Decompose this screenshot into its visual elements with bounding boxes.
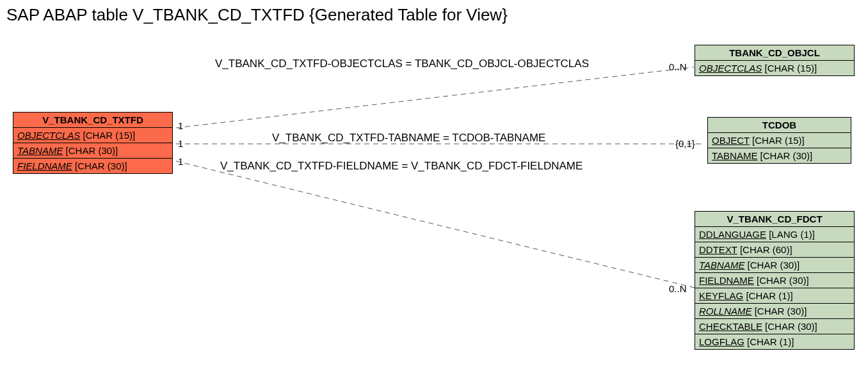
- entity-field: DDTEXT [CHAR (60)]: [695, 242, 854, 258]
- field-name: KEYFLAG: [699, 290, 743, 301]
- cardinality-left-2: 1: [178, 138, 183, 149]
- entity-v-tbank-cd-fdct: V_TBANK_CD_FDCT DDLANGUAGE [LANG (1)] DD…: [695, 211, 855, 350]
- entity-main-field: TABNAME [CHAR (30)]: [13, 143, 172, 159]
- cardinality-right-1: 0..N: [669, 61, 687, 72]
- field-type: [CHAR (30)]: [748, 260, 800, 270]
- field-type: [CHAR (30)]: [765, 321, 817, 332]
- field-name: TABNAME: [699, 260, 744, 270]
- field-name: FIELDNAME: [17, 160, 72, 171]
- field-type: [CHAR (60)]: [740, 244, 792, 255]
- cardinality-left-1: 1: [178, 120, 183, 131]
- entity-field: FIELDNAME [CHAR (30)]: [695, 273, 854, 288]
- entity-tbank-cd-objcl: TBANK_CD_OBJCL OBJECTCLAS [CHAR (15)]: [695, 45, 855, 76]
- entity-field: LOGFLAG [CHAR (1)]: [695, 334, 854, 349]
- cardinality-right-2: {0,1}: [675, 138, 695, 149]
- field-type: [CHAR (30)]: [757, 275, 809, 286]
- field-name: LOGFLAG: [699, 336, 744, 347]
- entity-field: CHECKTABLE [CHAR (30)]: [695, 319, 854, 334]
- field-type: [CHAR (1)]: [746, 290, 792, 301]
- field-name: FIELDNAME: [699, 275, 754, 286]
- field-name: CHECKTABLE: [699, 321, 762, 332]
- field-type: [CHAR (30)]: [755, 306, 807, 316]
- svg-line-0: [176, 67, 694, 128]
- field-name: TABNAME: [17, 145, 63, 156]
- entity-field: ROLLNAME [CHAR (30)]: [695, 304, 854, 319]
- entity-main-header: V_TBANK_CD_TXTFD: [13, 113, 172, 128]
- field-type: [CHAR (15)]: [83, 130, 136, 141]
- entity-tcdob: TCDOB OBJECT [CHAR (15)] TABNAME [CHAR (…: [707, 117, 851, 164]
- relation-label-2: V_TBANK_CD_TXTFD-TABNAME = TCDOB-TABNAME: [272, 132, 545, 144]
- field-name: OBJECTCLAS: [17, 130, 80, 141]
- entity-field: KEYFLAG [CHAR (1)]: [695, 288, 854, 304]
- entity-main-field: OBJECTCLAS [CHAR (15)]: [13, 128, 172, 143]
- field-type: [CHAR (15)]: [752, 135, 805, 146]
- field-type: [CHAR (15)]: [765, 63, 817, 74]
- field-type: [CHAR (30)]: [75, 160, 127, 171]
- cardinality-right-3: 0..N: [669, 283, 687, 294]
- entity-main: V_TBANK_CD_TXTFD OBJECTCLAS [CHAR (15)] …: [13, 112, 173, 174]
- entity-main-field: FIELDNAME [CHAR (30)]: [13, 159, 172, 173]
- field-type: [CHAR (30)]: [66, 145, 118, 156]
- cardinality-left-3: 1: [178, 156, 183, 167]
- entity-field: TABNAME [CHAR (30)]: [695, 258, 854, 273]
- field-name: DDTEXT: [699, 244, 737, 255]
- field-name: ROLLNAME: [699, 306, 752, 316]
- entity-header: V_TBANK_CD_FDCT: [695, 212, 854, 227]
- entity-field: DDLANGUAGE [LANG (1)]: [695, 227, 854, 242]
- field-name: OBJECT: [712, 135, 750, 146]
- page-title: SAP ABAP table V_TBANK_CD_TXTFD {Generat…: [6, 5, 508, 25]
- svg-line-2: [176, 161, 695, 288]
- entity-field: OBJECT [CHAR (15)]: [708, 133, 851, 148]
- entity-header: TBANK_CD_OBJCL: [695, 45, 854, 61]
- field-name: OBJECTCLAS: [699, 63, 762, 74]
- entity-field: TABNAME [CHAR (30)]: [708, 148, 851, 163]
- field-type: [CHAR (30)]: [760, 150, 813, 161]
- entity-header: TCDOB: [708, 118, 851, 133]
- field-name: DDLANGUAGE: [699, 229, 766, 240]
- field-type: [CHAR (1)]: [747, 336, 794, 347]
- entity-field: OBJECTCLAS [CHAR (15)]: [695, 61, 854, 75]
- relation-label-3: V_TBANK_CD_TXTFD-FIELDNAME = V_TBANK_CD_…: [220, 160, 583, 173]
- relation-label-1: V_TBANK_CD_TXTFD-OBJECTCLAS = TBANK_CD_O…: [215, 58, 589, 70]
- field-name: TABNAME: [712, 150, 757, 161]
- field-type: [LANG (1)]: [769, 229, 815, 240]
